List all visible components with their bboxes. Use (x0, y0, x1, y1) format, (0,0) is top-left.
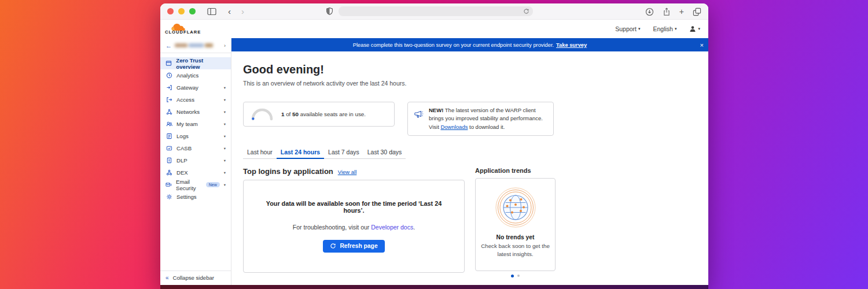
tab-overview-icon[interactable] (693, 8, 701, 16)
tab-last-7-days[interactable]: Last 7 days (324, 146, 363, 158)
tab-last-24-hours[interactable]: Last 24 hours (277, 146, 324, 159)
sidebar-item-dex[interactable]: DEX ▾ (160, 166, 231, 179)
sidebar-item-label: DEX (176, 169, 188, 176)
desktop-background: ‹ › (0, 0, 868, 289)
info-cards-row: 1 of 50 available seats are in use. NE (243, 102, 708, 136)
sidebar-toggle-icon[interactable] (207, 8, 216, 16)
chrome-right-controls: + (645, 3, 701, 20)
sidebar-item-logs[interactable]: Logs ▾ (160, 130, 231, 142)
sidebar-item-label: Email Security (176, 179, 201, 191)
address-bar[interactable] (339, 6, 533, 16)
minimize-window-button[interactable] (178, 8, 185, 14)
privacy-shield-icon[interactable] (326, 7, 333, 16)
collapse-sidebar-button[interactable]: « Collapse sidebar (160, 271, 231, 284)
share-icon[interactable] (663, 8, 671, 16)
sidebar-item-label: My team (176, 121, 198, 127)
warp-new-label: NEW! (429, 107, 443, 113)
top-logins-section: Top logins by application View all Your … (243, 167, 465, 273)
dex-icon (165, 169, 172, 176)
chevron-down-icon: ▾ (224, 110, 226, 114)
sidebar-item-settings[interactable]: Settings (160, 191, 231, 203)
sidebar-item-zero-trust-overview[interactable]: Zero Trust overview (160, 57, 231, 69)
sidebar-item-label: Access (176, 97, 194, 103)
help-text-after: . (413, 224, 415, 231)
refresh-page-button[interactable]: Refresh page (323, 240, 384, 253)
logs-icon (165, 133, 172, 139)
arrow-left-icon[interactable]: ← (165, 42, 172, 49)
sidebar-item-my-team[interactable]: My team ▾ (160, 118, 231, 130)
chevron-down-icon: ▾ (224, 171, 226, 175)
downloads-link[interactable]: Downloads (440, 124, 468, 130)
window-bottom-shadow (160, 285, 708, 289)
chevron-down-icon: ▾ (224, 183, 226, 187)
user-icon (689, 25, 696, 32)
carousel-dots (475, 275, 556, 277)
section-title: Application trends (475, 167, 556, 174)
developer-docs-link[interactable]: Developer docs (371, 224, 413, 231)
trends-empty-title: No trends yet (496, 234, 535, 240)
top-logins-empty-card: Your data will be available soon for the… (243, 180, 465, 273)
close-icon[interactable]: × (700, 38, 704, 51)
seats-tail: available seats are in use. (299, 111, 366, 117)
sidebar-item-label: Logs (176, 133, 189, 139)
sidebar-item-analytics[interactable]: Analytics (160, 69, 231, 81)
carousel-dot-active[interactable] (511, 275, 514, 277)
warp-text: NEW! The latest version of the WARP clie… (429, 106, 547, 131)
sidebar-item-label: Networks (176, 109, 200, 115)
overview-icon (165, 60, 172, 66)
carousel-dot[interactable] (517, 275, 520, 277)
settings-gear-icon (165, 194, 172, 200)
empty-state-help: For troubleshooting, visit our Developer… (293, 224, 415, 231)
account-switcher[interactable]: ← › (160, 38, 231, 53)
warp-text-after: to download it. (468, 124, 505, 130)
chevron-down-icon: ▾ (224, 134, 226, 139)
forward-button[interactable]: › (239, 7, 247, 16)
globe-illustration (495, 187, 536, 228)
trends-empty-text: Check back soon to get the latest insigh… (476, 242, 555, 259)
view-all-link[interactable]: View all (338, 169, 357, 175)
chevron-down-icon: ▾ (224, 98, 226, 102)
refresh-label: Refresh page (340, 243, 377, 249)
collapse-label: Collapse sidebar (173, 275, 214, 281)
sidebar-item-gateway[interactable]: Gateway ▾ (160, 81, 231, 94)
megaphone-icon (414, 110, 424, 119)
sidebar-nav: Zero Trust overview Analytics (160, 57, 231, 203)
zoom-window-button[interactable] (189, 8, 196, 14)
sidebar-item-networks[interactable]: Networks ▾ (160, 106, 231, 118)
warp-card: NEW! The latest version of the WARP clie… (407, 102, 554, 136)
chevron-right-icon: › (224, 43, 226, 49)
chevron-down-icon: ▾ (224, 146, 226, 151)
chevron-down-icon: ▾ (638, 27, 641, 31)
chevron-down-icon: ▾ (224, 122, 226, 127)
support-menu[interactable]: Support ▾ (615, 25, 640, 32)
refresh-icon (330, 243, 336, 249)
sidebar-item-email-security[interactable]: Email Security New ▾ (160, 179, 231, 191)
cloudflare-wordmark: CLOUDFLARE (165, 30, 201, 35)
seats-sep: of (284, 111, 292, 117)
email-security-icon (165, 181, 172, 188)
new-tab-button[interactable]: + (679, 8, 684, 16)
reload-button[interactable] (523, 8, 529, 14)
top-logins-heading-row: Top logins by application View all (243, 167, 465, 176)
sidebar-item-access[interactable]: Access ▾ (160, 94, 231, 106)
sidebar-item-label: Analytics (176, 72, 198, 79)
page-title: Good evening! (243, 63, 708, 76)
browser-chrome: ‹ › (160, 3, 708, 20)
sidebar-item-dlp[interactable]: DLP ▾ (160, 154, 231, 166)
language-label: English (653, 25, 673, 32)
back-button[interactable]: ‹ (226, 7, 233, 16)
browser-window: ‹ › (160, 3, 708, 289)
tab-last-30-days[interactable]: Last 30 days (363, 146, 406, 158)
close-window-button[interactable] (167, 8, 174, 14)
tab-last-hour[interactable]: Last hour (243, 146, 277, 158)
language-menu[interactable]: English ▾ (653, 25, 677, 32)
account-menu[interactable]: ▾ (689, 25, 700, 32)
cloudflare-logo[interactable]: CLOUDFLARE (165, 23, 201, 35)
collapse-icon: « (165, 275, 169, 281)
take-survey-link[interactable]: Take survey (556, 42, 587, 48)
downloads-icon[interactable] (645, 8, 654, 16)
chevron-down-icon: ▾ (224, 158, 226, 163)
dlp-icon (165, 157, 172, 164)
sidebar-item-casb[interactable]: CASB ▾ (160, 142, 231, 154)
application-trends-section: Application trends (475, 167, 556, 277)
